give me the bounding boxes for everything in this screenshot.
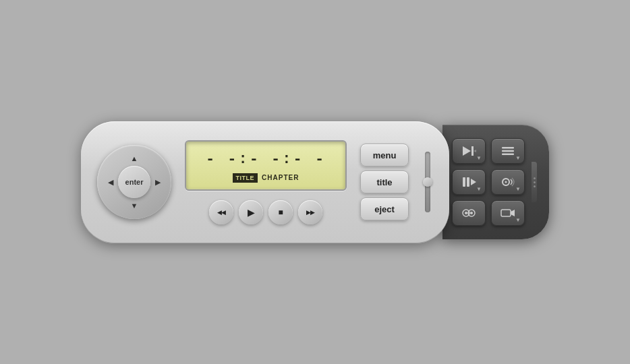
- dropdown-arrow-icon: ▼: [515, 186, 521, 192]
- resize-handle[interactable]: [532, 162, 537, 202]
- svg-rect-4: [502, 150, 514, 152]
- resize-dot: [534, 177, 536, 179]
- dpad-left-button[interactable]: [101, 172, 120, 192]
- up-arrow-icon: [131, 154, 138, 162]
- display-screen: - -:- -:- - TITLE CHAPTER: [185, 140, 347, 191]
- svg-marker-2: [474, 150, 476, 152]
- play-button[interactable]: ▶: [239, 200, 263, 224]
- stop-button[interactable]: ■: [268, 200, 293, 224]
- camera-button[interactable]: ▼: [491, 200, 525, 226]
- svg-rect-7: [467, 177, 469, 187]
- dropdown-arrow-icon: ▼: [515, 155, 521, 161]
- svg-marker-8: [471, 179, 476, 185]
- dvd-remote: enter - -:- -:- - TITLE CHAPTER ◀◀ ▶ ■: [81, 121, 549, 243]
- svg-marker-0: [463, 146, 471, 156]
- down-arrow-icon: [131, 202, 138, 210]
- stop-icon: ■: [278, 208, 283, 217]
- svg-rect-1: [471, 146, 474, 156]
- title-button[interactable]: title: [360, 171, 409, 193]
- svg-rect-6: [463, 177, 465, 187]
- svg-point-12: [465, 212, 467, 214]
- chapter-label: CHAPTER: [262, 174, 299, 181]
- audio-button[interactable]: ▼: [491, 169, 525, 195]
- enter-button[interactable]: enter: [118, 166, 150, 198]
- camera-icon: [500, 207, 515, 219]
- svg-point-10: [505, 181, 507, 183]
- resize-dot: [534, 181, 536, 183]
- display-time: - -:- -:- -: [197, 151, 335, 168]
- display-labels: TITLE CHAPTER: [197, 173, 335, 183]
- svg-rect-3: [502, 147, 514, 149]
- right-button-grid: ▼ ▼ ▼: [452, 138, 525, 226]
- pause-frame-icon: [461, 176, 476, 188]
- fastforward-icon: ▶▶: [306, 209, 314, 216]
- dropdown-arrow-icon: ▼: [476, 155, 482, 161]
- audio-icon: [500, 176, 515, 188]
- eject-button[interactable]: eject: [360, 198, 409, 220]
- dpad-right-button[interactable]: [148, 172, 167, 192]
- svg-point-14: [470, 212, 473, 214]
- slow-motion-button[interactable]: [452, 200, 486, 226]
- volume-slider-thumb[interactable]: [423, 177, 432, 187]
- resize-dot: [534, 185, 536, 187]
- play-icon: ▶: [248, 207, 255, 218]
- svg-rect-5: [502, 154, 514, 156]
- menu-column: menu title eject: [360, 144, 409, 220]
- dropdown-arrow-icon: ▼: [476, 186, 482, 192]
- slow-motion-icon: [461, 207, 476, 219]
- svg-rect-16: [501, 210, 511, 216]
- dpad-up-button[interactable]: [124, 149, 144, 168]
- title-badge: TITLE: [233, 173, 258, 183]
- right-arrow-icon: [155, 178, 161, 187]
- menu-button[interactable]: menu: [360, 144, 409, 166]
- dpad: enter: [97, 145, 171, 219]
- pause-frame-button[interactable]: ▼: [452, 169, 486, 195]
- remote-main-body: enter - -:- -:- - TITLE CHAPTER ◀◀ ▶ ■: [81, 121, 449, 243]
- volume-slider-column: [422, 152, 433, 212]
- fastforward-button[interactable]: ▶▶: [298, 200, 322, 224]
- chapters-button[interactable]: ▼: [491, 138, 525, 164]
- dropdown-arrow-icon: ▼: [515, 217, 521, 223]
- rewind-button[interactable]: ◀◀: [209, 200, 233, 224]
- transport-controls: ◀◀ ▶ ■ ▶▶: [185, 200, 347, 224]
- rewind-icon: ◀◀: [217, 209, 225, 216]
- chapters-icon: [500, 145, 515, 157]
- display-section: - -:- -:- - TITLE CHAPTER ◀◀ ▶ ■ ▶▶: [185, 140, 347, 224]
- svg-marker-17: [511, 210, 515, 216]
- play-skip-button[interactable]: ▼: [452, 138, 486, 164]
- volume-slider-track[interactable]: [425, 152, 430, 212]
- dpad-down-button[interactable]: [124, 196, 144, 215]
- remote-right-panel: ▼ ▼ ▼: [442, 125, 549, 239]
- play-skip-icon: [461, 145, 476, 157]
- left-arrow-icon: [108, 178, 113, 187]
